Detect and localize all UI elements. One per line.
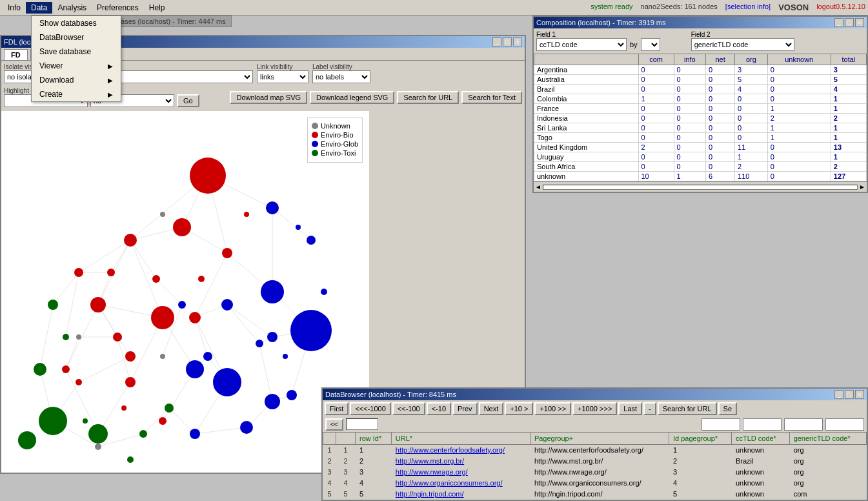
link-visibility-select[interactable]: links — [257, 70, 308, 83]
comp-scroll-right-icon[interactable]: ► — [859, 183, 865, 190]
dropdown-create[interactable]: Create ▶ — [32, 87, 121, 101]
db-maximize-btn[interactable]: □ — [845, 390, 854, 399]
link-visibility-label: Link visibility — [257, 63, 293, 70]
system-status: system ready — [590, 3, 632, 12]
svg-point-71 — [152, 275, 160, 283]
col-scroll-3[interactable] — [784, 418, 823, 431]
field2-select[interactable]: genericTLD code — [691, 38, 794, 51]
db-page-input[interactable] — [346, 418, 378, 430]
unknown-cell: 1 — [767, 133, 831, 143]
tab-fd[interactable]: FD — [4, 49, 28, 60]
col-scroll-2[interactable] — [743, 418, 782, 431]
dropdown-show-databases[interactable]: Show databases — [32, 16, 121, 30]
label-visibility-select[interactable]: no labels — [312, 70, 370, 83]
field1-select[interactable]: ccTLD code — [536, 38, 627, 51]
svg-point-73 — [125, 351, 136, 362]
prev-10-btn[interactable]: <-10 — [427, 402, 451, 415]
col-scroll-4[interactable] — [825, 418, 864, 431]
db-minimize-btn[interactable]: _ — [834, 390, 843, 399]
svg-point-103 — [34, 363, 46, 376]
total-cell: 1 — [831, 104, 866, 114]
next-btn[interactable]: Next — [479, 402, 504, 415]
search-for-text-btn[interactable]: Search for Text — [461, 91, 522, 104]
db-back-btn[interactable]: << — [325, 418, 343, 431]
next-1000-btn[interactable]: +1000 >>> — [572, 402, 617, 415]
id-pg-cell: 5 — [669, 489, 731, 500]
menu-item-data[interactable]: Data — [26, 2, 52, 14]
id-pg-cell: 3 — [669, 467, 731, 478]
unknown-cell: 0 — [767, 65, 831, 75]
country-cell: Colombia — [534, 94, 639, 104]
comp-maximize-btn[interactable]: □ — [845, 18, 854, 27]
svg-point-75 — [113, 332, 122, 342]
th-cctld: ccTLD code* — [731, 433, 789, 445]
main-area: Show databases (localhost) - Timer: 4447… — [0, 15, 868, 501]
dropdown-viewer[interactable]: Viewer ▶ — [32, 59, 121, 73]
menu-item-info[interactable]: Info — [3, 2, 26, 14]
selection-info-link[interactable]: [selection info] — [725, 3, 771, 12]
svg-point-72 — [189, 312, 201, 323]
comp-minimize-btn[interactable]: _ — [834, 18, 843, 27]
search-url-btn[interactable]: Search for URL — [658, 402, 717, 415]
row-n: 5 — [323, 489, 336, 500]
net-cell: 0 — [706, 94, 735, 104]
dropdown-download[interactable]: Download ▶ — [32, 73, 121, 87]
net-cell: 0 — [706, 152, 735, 162]
unknown-cell: 0 — [767, 172, 831, 181]
download-map-svg-btn[interactable]: Download map SVG — [230, 91, 307, 104]
unknown-cell: 1 — [767, 104, 831, 114]
network-area[interactable]: Unknown Enviro-Bio Enviro-Glob Enviro-To… — [1, 111, 369, 473]
minus-btn[interactable]: - — [643, 402, 656, 415]
total-cell: 1 — [831, 152, 866, 162]
prev-1000-btn[interactable]: <<<-1000 — [350, 402, 390, 415]
search-for-url-btn[interactable]: Search for URL — [397, 91, 459, 104]
url-link[interactable]: http://www.organicconsumers.org/ — [396, 479, 503, 487]
prev-100-btn[interactable]: <<-100 — [392, 402, 425, 415]
prev-btn[interactable]: Prev — [452, 402, 478, 415]
comp-scroll-track[interactable] — [543, 185, 858, 190]
info-cell: 0 — [674, 143, 705, 152]
search-text-db-btn[interactable]: Se — [718, 402, 737, 415]
url-link[interactable]: http://www.centerforfoodsafety.org/ — [396, 446, 505, 454]
col-total: total — [831, 54, 866, 65]
svg-point-102 — [88, 424, 108, 444]
menu-item-analysis[interactable]: Analysis — [52, 2, 92, 14]
dropdown-databrowser[interactable]: DataBrowser — [32, 30, 121, 45]
dropdown-save-database[interactable]: Save database — [32, 45, 121, 59]
col-scroll-1[interactable] — [701, 418, 740, 431]
fdl-close-btn[interactable]: × — [513, 37, 522, 46]
url-id-cell: 2 — [356, 456, 392, 467]
menu-item-preferences[interactable]: Preferences — [92, 2, 144, 14]
svg-point-94 — [240, 421, 253, 434]
total-cell: 2 — [831, 114, 866, 123]
download-legend-svg-btn[interactable]: Download legend SVG — [310, 91, 394, 104]
comp-field-row: Field 1 ccTLD code by Field 2 genericTLD… — [534, 28, 867, 54]
go-button[interactable]: Go — [177, 94, 199, 107]
svg-point-69 — [90, 297, 106, 312]
comp-close-btn[interactable]: × — [855, 18, 864, 27]
cctld-cell: unknown — [731, 489, 789, 500]
last-btn[interactable]: Last — [618, 402, 642, 415]
url-link[interactable]: http://www.nwrage.org/ — [396, 468, 468, 476]
comp-scrollbar[interactable]: ◄ ► — [534, 181, 867, 192]
db-close-btn[interactable]: × — [855, 390, 864, 399]
next-100-btn[interactable]: +100 >> — [534, 402, 571, 415]
comp-scroll-left-icon[interactable]: ◄ — [535, 183, 541, 190]
url-link[interactable]: http://www.mst.org.br/ — [396, 457, 464, 465]
url-link[interactable]: http://ngin.tripod.com/ — [396, 490, 464, 498]
by-select[interactable] — [641, 38, 660, 51]
fdl-minimize-btn[interactable]: _ — [492, 37, 501, 46]
menu-item-help[interactable]: Help — [144, 2, 170, 14]
id-pg-cell: 4 — [669, 478, 731, 489]
logout-label[interactable]: logout0.5.12.10 — [816, 3, 865, 12]
svg-point-106 — [139, 430, 147, 438]
next-10-btn[interactable]: +10 > — [505, 402, 533, 415]
total-cell: 13 — [831, 143, 866, 152]
total-cell: 2 — [831, 162, 866, 172]
first-btn[interactable]: First — [325, 402, 348, 415]
composition-window-controls: _ □ × — [834, 18, 864, 27]
svg-point-91 — [256, 340, 263, 347]
row-id: 1 — [336, 445, 356, 456]
org-cell: 2 — [735, 162, 768, 172]
fdl-maximize-btn[interactable]: □ — [503, 37, 512, 46]
